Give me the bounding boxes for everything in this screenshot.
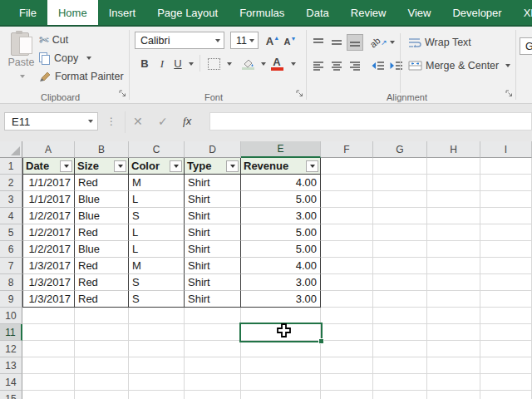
cell-C12[interactable]: [129, 341, 185, 357]
row-header-5[interactable]: 5: [0, 224, 22, 241]
cell-H9[interactable]: [427, 291, 480, 308]
cell-B11[interactable]: [75, 324, 129, 341]
cell-D7[interactable]: Shirt: [185, 258, 241, 274]
tab-page-layout[interactable]: Page Layout: [146, 0, 229, 25]
cell-D6[interactable]: Shirt: [185, 241, 241, 258]
font-name-combo[interactable]: Calibri: [135, 32, 224, 49]
align-left-button[interactable]: [310, 57, 327, 74]
cell-A2[interactable]: 1/1/2017: [22, 175, 75, 191]
cell-E3[interactable]: 5.00: [241, 191, 321, 208]
cell-G4[interactable]: [373, 208, 427, 224]
cell-G6[interactable]: [373, 241, 427, 258]
column-header-A[interactable]: A: [22, 141, 75, 158]
row-header-11[interactable]: 11: [0, 324, 22, 341]
cell-C5[interactable]: L: [129, 224, 185, 241]
cell-D14[interactable]: [185, 374, 241, 391]
cell-C3[interactable]: L: [129, 191, 185, 208]
tab-file[interactable]: File: [8, 0, 47, 25]
cell-D3[interactable]: Shirt: [185, 191, 241, 208]
row-header-14[interactable]: 14: [0, 374, 22, 391]
cell-B1[interactable]: Size: [75, 158, 129, 175]
tab-formulas[interactable]: Formulas: [229, 0, 295, 25]
cell-C11[interactable]: [129, 324, 185, 341]
cell-A5[interactable]: 1/2/2017: [22, 224, 75, 241]
row-header-10[interactable]: 10: [0, 308, 22, 324]
column-header-C[interactable]: C: [129, 141, 185, 158]
row-header-2[interactable]: 2: [0, 175, 22, 191]
cell-G10[interactable]: [373, 308, 427, 324]
cell-I14[interactable]: [480, 374, 532, 391]
cell-E8[interactable]: 3.00: [241, 274, 321, 291]
cell-I4[interactable]: [480, 208, 532, 224]
cell-D10[interactable]: [185, 308, 241, 324]
merge-center-dropdown-icon[interactable]: [505, 64, 510, 67]
cell-I13[interactable]: [480, 357, 532, 374]
tab-view[interactable]: View: [397, 0, 441, 25]
filter-button-color[interactable]: [170, 160, 182, 172]
cut-button[interactable]: ✄ Cut: [39, 32, 68, 48]
cell-F12[interactable]: [321, 341, 373, 357]
formula-bar-splitter[interactable]: ⋮: [106, 116, 116, 127]
cell-A7[interactable]: 1/3/2017: [22, 258, 75, 274]
font-dialog-launcher[interactable]: [296, 86, 303, 101]
cell-H15[interactable]: [427, 391, 480, 399]
cell-I5[interactable]: [480, 224, 532, 241]
cell-A9[interactable]: 1/3/2017: [22, 291, 75, 308]
cell-A15[interactable]: [22, 391, 75, 399]
cell-I10[interactable]: [480, 308, 532, 324]
cell-E12[interactable]: [241, 341, 321, 357]
column-header-H[interactable]: H: [427, 141, 480, 158]
merge-center-button[interactable]: Merge & Center: [408, 57, 510, 74]
cell-I9[interactable]: [480, 291, 532, 308]
column-header-B[interactable]: B: [75, 141, 129, 158]
cell-F3[interactable]: [321, 191, 373, 208]
middle-align-button[interactable]: [328, 34, 345, 51]
cell-C4[interactable]: S: [129, 208, 185, 224]
cell-G9[interactable]: [373, 291, 427, 308]
cell-G5[interactable]: [373, 224, 427, 241]
cell-A12[interactable]: [22, 341, 75, 357]
font-size-combo[interactable]: 11: [230, 32, 259, 49]
row-header-9[interactable]: 9: [0, 291, 22, 308]
paste-dropdown-icon[interactable]: [20, 75, 25, 78]
cell-B13[interactable]: [75, 357, 129, 374]
tab-xl-addin[interactable]: XL C: [513, 0, 532, 25]
cell-B10[interactable]: [75, 308, 129, 324]
cell-C8[interactable]: S: [129, 274, 185, 291]
filter-button-type[interactable]: [226, 160, 239, 172]
bold-button[interactable]: B: [138, 55, 151, 72]
cell-B5[interactable]: Red: [75, 224, 129, 241]
name-box[interactable]: E11: [4, 112, 98, 131]
row-header-15[interactable]: 15: [0, 391, 22, 399]
cell-B4[interactable]: Blue: [75, 208, 129, 224]
cell-B12[interactable]: [75, 341, 129, 357]
cell-I6[interactable]: [480, 241, 532, 258]
filter-button-date[interactable]: [60, 160, 72, 172]
filter-button-size[interactable]: [114, 160, 126, 172]
fill-color-dropdown[interactable]: [257, 55, 267, 72]
cell-F4[interactable]: [321, 208, 373, 224]
cell-C13[interactable]: [129, 357, 185, 374]
cell-D15[interactable]: [185, 391, 241, 399]
shrink-font-button[interactable]: A▼: [282, 32, 298, 50]
alignment-dialog-launcher[interactable]: [505, 86, 513, 101]
align-center-button[interactable]: [328, 57, 345, 74]
cell-C6[interactable]: L: [129, 241, 185, 258]
cell-C7[interactable]: M: [129, 258, 185, 274]
tab-data[interactable]: Data: [295, 0, 339, 25]
cell-E2[interactable]: 4.00: [241, 175, 321, 191]
cell-G3[interactable]: [373, 191, 427, 208]
column-header-I[interactable]: I: [480, 141, 532, 158]
row-header-8[interactable]: 8: [0, 274, 22, 291]
borders-button[interactable]: [206, 55, 221, 72]
row-header-1[interactable]: 1: [0, 158, 22, 175]
cell-A11[interactable]: [22, 324, 75, 341]
tab-review[interactable]: Review: [340, 0, 397, 25]
cell-G2[interactable]: [373, 175, 427, 191]
cell-D9[interactable]: Shirt: [185, 291, 241, 308]
wrap-text-button[interactable]: Wrap Text: [408, 34, 471, 51]
cell-C10[interactable]: [129, 308, 185, 324]
cell-I15[interactable]: [480, 391, 532, 399]
cell-G7[interactable]: [373, 258, 427, 274]
cell-H10[interactable]: [427, 308, 480, 324]
